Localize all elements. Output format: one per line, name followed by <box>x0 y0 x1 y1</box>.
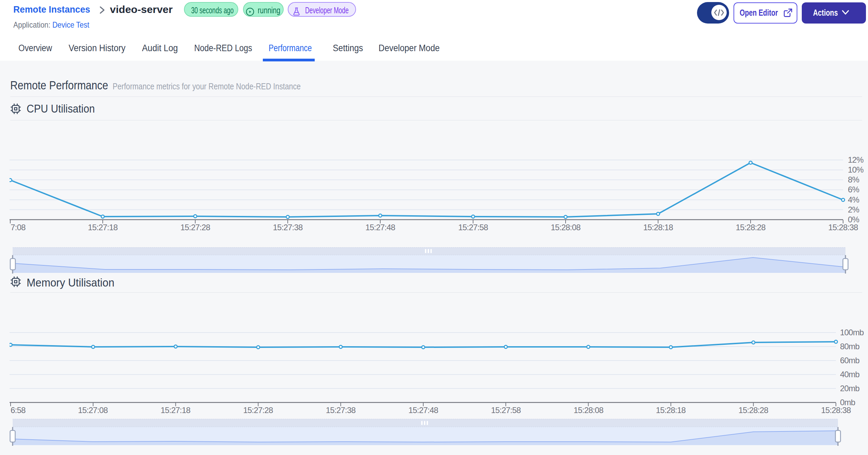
svg-text:12%: 12% <box>848 155 864 164</box>
svg-text:15:28:28: 15:28:28 <box>738 406 768 415</box>
svg-text:15:28:08: 15:28:08 <box>551 223 580 232</box>
svg-text:15:28:18: 15:28:18 <box>656 406 685 415</box>
svg-text:4%: 4% <box>848 195 859 204</box>
svg-text:15:27:58: 15:27:58 <box>491 406 521 415</box>
svg-text:40mb: 40mb <box>840 370 859 379</box>
svg-text:15:28:08: 15:28:08 <box>573 406 603 415</box>
svg-text:15:28:18: 15:28:18 <box>643 223 673 232</box>
svg-text:15:27:08: 15:27:08 <box>78 406 108 415</box>
svg-text:60mb: 60mb <box>840 356 859 365</box>
svg-text:15:27:38: 15:27:38 <box>326 406 355 415</box>
svg-text:7:08: 7:08 <box>11 223 26 232</box>
svg-text:10%: 10% <box>848 165 864 174</box>
svg-text:15:27:28: 15:27:28 <box>243 406 273 415</box>
svg-text:15:28:38: 15:28:38 <box>828 223 858 232</box>
svg-text:15:27:48: 15:27:48 <box>408 406 438 415</box>
svg-text:15:27:18: 15:27:18 <box>160 406 190 415</box>
svg-text:6:58: 6:58 <box>11 406 26 415</box>
svg-text:15:27:38: 15:27:38 <box>273 223 302 232</box>
svg-text:15:27:58: 15:27:58 <box>458 223 488 232</box>
svg-text:15:28:38: 15:28:38 <box>821 406 851 415</box>
svg-text:15:27:18: 15:27:18 <box>88 223 117 232</box>
svg-text:6%: 6% <box>848 185 859 194</box>
svg-text:15:28:28: 15:28:28 <box>736 223 765 232</box>
svg-text:2%: 2% <box>848 205 859 214</box>
svg-text:15:27:48: 15:27:48 <box>365 223 395 232</box>
svg-text:80mb: 80mb <box>840 342 859 351</box>
svg-text:8%: 8% <box>848 175 859 184</box>
svg-text:100mb: 100mb <box>840 328 864 337</box>
svg-text:20mb: 20mb <box>840 384 859 393</box>
svg-text:15:27:28: 15:27:28 <box>180 223 210 232</box>
